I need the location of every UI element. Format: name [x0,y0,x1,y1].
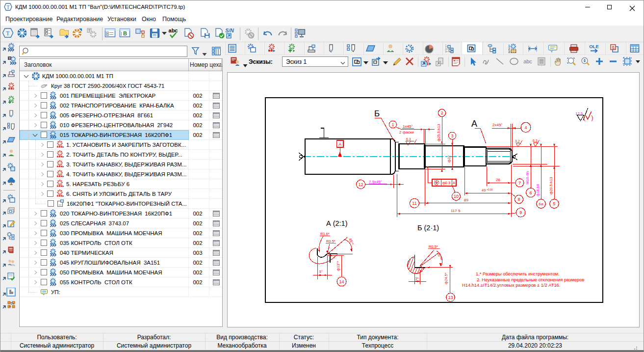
svg-text:А (2:1): А (2:1) [326,219,348,227]
svg-text:14: 14 [339,279,344,284]
svg-text:3.2: 3.2 [515,139,520,143]
svg-text:7: 7 [518,181,521,186]
svg-text:1.* Размеры обеспечить инструм: 1.* Размеры обеспечить инструментом. [476,271,560,276]
svg-text:2 фаски: 2 фаски [399,130,414,135]
svg-text:А: А [453,181,455,185]
svg-text:13: 13 [448,295,453,300]
svg-text:М16-6h: М16-6h [525,171,530,185]
svg-text:1: 1 [392,122,394,127]
svg-text:3: 3 [451,134,454,138]
svg-text:): ) [592,114,593,121]
svg-text:T: T [88,28,91,33]
svg-text:Б: Б [374,109,380,118]
svg-text:45°**: 45°** [436,252,443,261]
svg-text:R0.5*: R0.5* [429,244,438,249]
svg-text:ф20.5.h13: ф20.5.h13 [549,177,553,194]
svg-text:+0.16: +0.16 [487,188,493,191]
svg-text:49: 49 [482,188,486,192]
svg-text:12: 12 [358,182,363,187]
svg-text:11: 11 [412,201,416,206]
svg-text:26: 26 [496,178,500,182]
svg-text:6а: 6а [539,202,543,206]
svg-text:R1.6*: R1.6* [320,232,330,236]
svg-text:2х45°: 2х45° [492,123,503,127]
svg-text:ф0.3: ф0.3 [442,181,451,185]
svg-text:S/N: S/N [225,27,234,33]
svg-text:3: 3 [508,50,510,54]
svg-text:ф22: ф22 [447,155,451,162]
svg-text:T: T [6,30,10,37]
svg-text:ф13°*: ф13°* [336,261,340,271]
svg-text:6: 6 [529,190,532,195]
svg-text:ф16.h4: ф16.h4 [536,184,540,196]
svg-text:S: S [612,45,615,50]
svg-text:117 5: 117 5 [451,209,461,213]
svg-text:(: ( [584,114,586,121]
svg-text:R0.5*: R0.5* [326,239,335,244]
svg-text:5°: 5° [319,270,323,273]
svg-text:А: А [471,119,477,129]
svg-text:6.3: 6.3 [406,137,411,141]
svg-text:4: 4 [524,125,527,130]
svg-text:9: 9 [519,210,522,215]
svg-text:2. Неуказанные предельные откл: 2. Неуказанные предельные отклонения раз… [477,277,584,282]
svg-text:89: 89 [464,198,468,202]
svg-text:А: А [338,142,341,147]
svg-text:ф25.5.h13: ф25.5.h13 [437,124,441,141]
svg-text:1х45°: 1х45° [403,124,413,129]
svg-text:B: B [123,30,127,36]
svg-text:Б (2·1): Б (2·1) [417,224,439,232]
svg-text:2: 2 [441,110,443,115]
svg-text:ф24.5*: ф24.5* [444,272,448,284]
svg-text:3*: 3* [415,277,419,280]
svg-text:45°*: 45°* [348,238,355,246]
svg-text:6.3: 6.3 [533,139,538,142]
svg-text:10: 10 [454,194,459,199]
svg-text:5: 5 [553,201,555,206]
svg-text:7.5х45°: 7.5х45° [369,180,382,184]
svg-text:OLE: OLE [589,44,599,49]
svg-text:T: T [6,4,10,10]
svg-text:abc: abc [169,27,178,33]
svg-text:8: 8 [517,197,520,202]
svg-text:T: T [9,57,11,60]
svg-text:abc: abc [523,58,532,64]
svg-text:Н14.h14.±IT14/2.угловых размер: Н14.h14.±IT14/2.угловых размеров ± 1/2 А… [462,283,560,288]
